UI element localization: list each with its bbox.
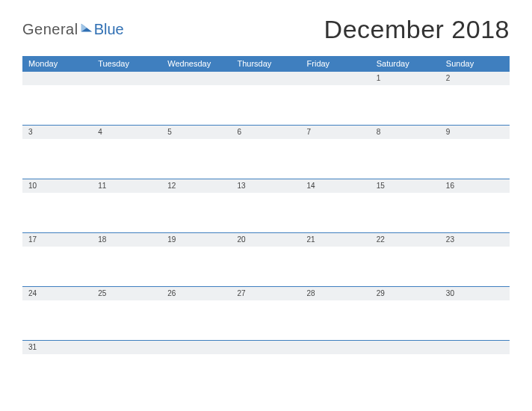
date-cell: 19 (161, 233, 231, 286)
date-cell: 10 (22, 179, 92, 232)
day-header: Friday (301, 59, 371, 68)
date-number (440, 341, 510, 354)
date-number: 21 (301, 233, 371, 247)
date-cell: 20 (231, 233, 300, 286)
date-number: 9 (440, 126, 510, 139)
date-cell: 11 (92, 179, 161, 232)
date-number: 26 (161, 287, 231, 300)
header: General Blue December 2018 (0, 0, 532, 56)
date-number: 2 (440, 72, 510, 85)
date-number: 1 (371, 72, 440, 85)
date-cell (231, 341, 300, 394)
date-cell: 6 (231, 126, 300, 179)
date-cell: 2 (440, 72, 510, 125)
page-title: December 2018 (324, 15, 510, 44)
date-number: 23 (440, 233, 510, 247)
day-header: Thursday (231, 59, 300, 68)
date-cell (161, 341, 231, 394)
date-cell: 31 (22, 341, 92, 394)
date-number: 14 (301, 179, 371, 193)
day-header: Wednesday (161, 59, 231, 68)
week-row: 3456789 (22, 125, 510, 179)
date-cell: 16 (440, 179, 510, 232)
date-number (301, 72, 371, 85)
date-number (22, 72, 92, 85)
date-number: 17 (22, 233, 92, 247)
date-cell: 21 (301, 233, 371, 286)
date-cell: 29 (371, 287, 440, 340)
date-cell: 12 (161, 179, 231, 232)
date-number: 10 (22, 179, 92, 193)
date-number (161, 341, 231, 354)
week-row: 24252627282930 (22, 286, 510, 340)
date-number: 31 (22, 341, 92, 354)
week-row: 12 (22, 71, 510, 125)
date-cell: 5 (161, 126, 231, 179)
date-cell (301, 72, 371, 125)
logo-text-general: General (22, 21, 78, 38)
date-number: 13 (231, 179, 300, 193)
date-cell: 25 (92, 287, 161, 340)
date-cell (371, 341, 440, 394)
date-cell: 13 (231, 179, 300, 232)
date-cell: 1 (371, 72, 440, 125)
date-number: 18 (92, 233, 161, 247)
date-cell (231, 72, 300, 125)
date-cell (92, 341, 161, 394)
date-number: 5 (161, 126, 231, 139)
date-number: 19 (161, 233, 231, 247)
date-number: 12 (161, 179, 231, 193)
date-cell (440, 341, 510, 394)
date-number: 20 (231, 233, 300, 247)
day-header: Saturday (371, 59, 440, 68)
date-cell: 30 (440, 287, 510, 340)
date-number: 8 (371, 126, 440, 139)
date-number (92, 341, 161, 354)
date-number: 15 (371, 179, 440, 193)
date-number: 3 (22, 126, 92, 139)
date-cell: 28 (301, 287, 371, 340)
date-number: 22 (371, 233, 440, 247)
logo: General Blue (22, 21, 124, 38)
logo-mark-icon (80, 22, 93, 36)
date-number (231, 341, 300, 354)
date-number: 28 (301, 287, 371, 300)
date-number: 25 (92, 287, 161, 300)
date-number: 4 (92, 126, 161, 139)
date-cell: 15 (371, 179, 440, 232)
date-number: 7 (301, 126, 371, 139)
date-number: 27 (231, 287, 300, 300)
date-cell: 26 (161, 287, 231, 340)
date-cell: 3 (22, 126, 92, 179)
day-header: Sunday (440, 59, 510, 68)
date-cell: 22 (371, 233, 440, 286)
date-cell: 4 (92, 126, 161, 179)
date-cell: 24 (22, 287, 92, 340)
date-cell (92, 72, 161, 125)
date-number: 6 (231, 126, 300, 139)
date-cell: 7 (301, 126, 371, 179)
date-cell: 27 (231, 287, 300, 340)
date-cell (22, 72, 92, 125)
date-cell: 14 (301, 179, 371, 232)
logo-text-blue: Blue (94, 21, 124, 38)
date-cell: 9 (440, 126, 510, 179)
date-cell: 8 (371, 126, 440, 179)
week-row: 17181920212223 (22, 232, 510, 286)
date-number (231, 72, 300, 85)
calendar: Monday Tuesday Wednesday Thursday Friday… (22, 56, 510, 394)
date-number (92, 72, 161, 85)
date-number: 24 (22, 287, 92, 300)
date-cell: 18 (92, 233, 161, 286)
day-header-row: Monday Tuesday Wednesday Thursday Friday… (22, 56, 510, 71)
date-number (371, 341, 440, 354)
date-cell (301, 341, 371, 394)
date-number (301, 341, 371, 354)
date-number (161, 72, 231, 85)
date-cell: 23 (440, 233, 510, 286)
week-row: 10111213141516 (22, 179, 510, 232)
day-header: Monday (22, 59, 92, 68)
day-header: Tuesday (92, 59, 161, 68)
date-cell (161, 72, 231, 125)
date-number: 30 (440, 287, 510, 300)
